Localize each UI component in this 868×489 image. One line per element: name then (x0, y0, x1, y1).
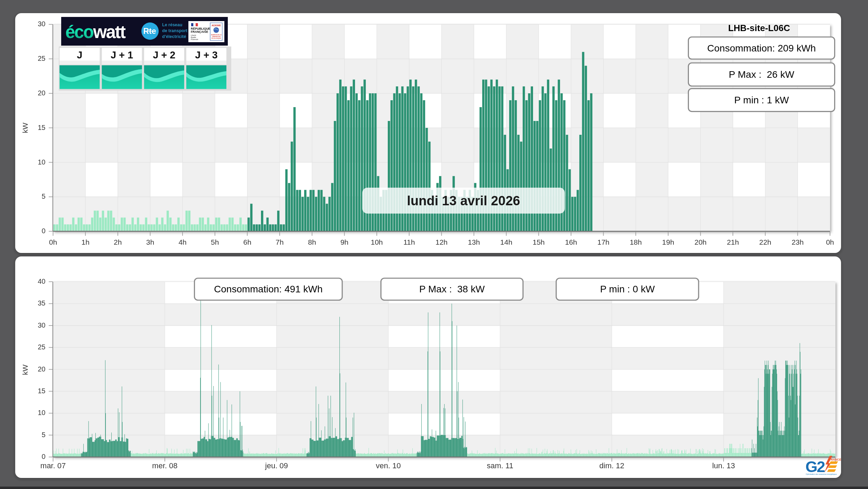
svg-text:P Max : 38 kW: P Max : 38 kW (419, 284, 485, 294)
svg-text:15: 15 (38, 124, 45, 131)
svg-text:8h: 8h (308, 238, 316, 246)
svg-text:G2: G2 (805, 458, 825, 476)
svg-text:Consommation: 209 kWh: Consommation: 209 kWh (707, 43, 816, 54)
svg-text:mar. 07: mar. 07 (40, 461, 66, 470)
svg-text:25: 25 (38, 55, 45, 62)
svg-text:ven. 10: ven. 10 (376, 461, 401, 470)
svg-text:10h: 10h (371, 238, 383, 246)
svg-text:10: 10 (38, 409, 45, 416)
svg-text:0: 0 (41, 227, 45, 235)
svg-text:P min : 0 kW: P min : 0 kW (600, 284, 655, 294)
svg-text:lundi 13 avril 2026: lundi 13 avril 2026 (407, 194, 520, 208)
svg-text:7h: 7h (276, 238, 283, 246)
svg-text:17h: 17h (597, 238, 609, 246)
svg-text:Consommation: 491 kWh: Consommation: 491 kWh (214, 284, 323, 294)
svg-text:P min : 1 kW: P min : 1 kW (734, 95, 789, 105)
svg-text:30: 30 (38, 321, 45, 329)
svg-text:J + 2: J + 2 (153, 49, 175, 60)
svg-text:sam. 11: sam. 11 (487, 461, 513, 470)
svg-text:J + 1: J + 1 (111, 49, 133, 60)
svg-text:18h: 18h (630, 238, 642, 246)
svg-text:19h: 19h (662, 238, 674, 246)
svg-text:dim. 12: dim. 12 (599, 461, 624, 470)
svg-text:LHB-site-L06C: LHB-site-L06C (728, 23, 790, 33)
svg-text:d’électricité: d’électricité (162, 34, 186, 39)
svg-text:kW: kW (21, 365, 29, 375)
svg-text:25: 25 (38, 343, 45, 351)
svg-text:0: 0 (41, 453, 45, 460)
svg-text:23h: 23h (792, 238, 804, 246)
svg-text:mer. 08: mer. 08 (152, 461, 177, 470)
svg-text:5h: 5h (211, 238, 219, 246)
svg-text:ÉCOLOGIQUE: ÉCOLOGIQUE (212, 37, 221, 39)
svg-text:J: J (77, 49, 82, 60)
svg-text:4h: 4h (178, 238, 186, 246)
svg-text:20h: 20h (694, 238, 707, 246)
svg-text:0h: 0h (826, 238, 834, 246)
svg-text:10: 10 (38, 158, 45, 166)
svg-text:lun. 13: lun. 13 (712, 461, 735, 470)
svg-text:30: 30 (38, 20, 45, 28)
svg-text:Optimisation des ressources én: Optimisation des ressources énergétiques (806, 473, 837, 475)
svg-text:2h: 2h (114, 238, 122, 246)
svg-text:de transport: de transport (162, 28, 188, 33)
svg-text:5: 5 (41, 192, 45, 200)
svg-text:9h: 9h (340, 238, 348, 246)
svg-text:6h: 6h (243, 238, 251, 246)
svg-text:kW: kW (21, 123, 29, 133)
svg-text:15: 15 (38, 387, 45, 395)
svg-text:20: 20 (38, 365, 45, 373)
svg-text:1h: 1h (81, 238, 89, 246)
svg-text:15h: 15h (533, 238, 545, 246)
svg-text:16h: 16h (565, 238, 577, 246)
svg-text:P Max : 26 kW: P Max : 26 kW (729, 69, 794, 80)
svg-text:40: 40 (38, 278, 45, 285)
svg-text:FRANÇAISE: FRANÇAISE (191, 30, 208, 34)
svg-text:ADEME: ADEME (212, 24, 221, 27)
svg-text:20: 20 (38, 89, 45, 97)
svg-text:22h: 22h (759, 238, 771, 246)
svg-text:jeu. 09: jeu. 09 (265, 461, 288, 470)
svg-text:11h: 11h (403, 238, 415, 246)
svg-text:Fraternité: Fraternité (191, 38, 198, 40)
svg-text:14h: 14h (500, 238, 512, 246)
svg-text:3h: 3h (146, 238, 154, 246)
svg-text:21h: 21h (727, 238, 739, 246)
svg-text:0h: 0h (49, 238, 57, 246)
svg-text:FRANCE: FRANCE (829, 458, 841, 461)
svg-text:12h: 12h (436, 238, 448, 246)
svg-text:13h: 13h (468, 238, 480, 246)
svg-text:J + 3: J + 3 (195, 49, 217, 60)
svg-text:5: 5 (41, 431, 45, 439)
svg-text:35: 35 (38, 299, 45, 307)
svg-text:écowatt: écowatt (65, 22, 126, 42)
svg-text:Le réseau: Le réseau (162, 22, 182, 27)
